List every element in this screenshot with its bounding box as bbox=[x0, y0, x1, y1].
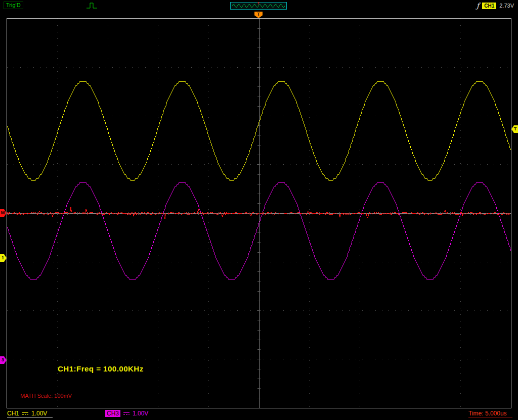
ch3-readout[interactable]: CH3 1.00V bbox=[105, 410, 148, 417]
oscilloscope-screen: Trig'D T ƒ CH1 2.73V T CH1:Freq = 100.00… bbox=[0, 0, 518, 420]
graticule: CH1:Freq = 100.00KHz MATH Scale: 100mV bbox=[7, 18, 511, 408]
top-bar: Trig'D T ƒ CH1 2.73V bbox=[0, 0, 518, 12]
trigger-level-marker[interactable]: T bbox=[511, 125, 518, 133]
trigger-pulse-icon bbox=[86, 2, 98, 10]
math-position-marker[interactable]: M bbox=[0, 209, 7, 217]
time-underline bbox=[468, 417, 512, 417]
dc-coupling-icon bbox=[22, 411, 29, 416]
trigger-position-preview[interactable]: T bbox=[230, 2, 287, 10]
trigger-position-marker[interactable]: T bbox=[254, 12, 263, 18]
preview-trigger-tick: T bbox=[257, 2, 260, 6]
ch1-label: CH1 bbox=[7, 410, 19, 417]
freq-readout: CH1:Freq = 100.00KHz bbox=[58, 364, 144, 373]
ch1-position-marker[interactable]: 1 bbox=[0, 254, 7, 262]
math-scale-readout: MATH Scale: 100mV bbox=[20, 393, 72, 399]
ch1-readout[interactable]: CH1 1.00V bbox=[7, 410, 47, 417]
trigger-level-value: 2.73V bbox=[499, 3, 514, 9]
trigger-source-badge: CH1 bbox=[482, 3, 496, 9]
ch3-badge: CH3 bbox=[105, 410, 120, 417]
time-readout[interactable]: Time: 5.000us bbox=[468, 410, 507, 417]
ch1-scale-value: 1.00V bbox=[31, 410, 47, 417]
ch3-position-marker[interactable]: 3 bbox=[0, 356, 7, 364]
bottom-bar: CH1 1.00V CH3 1.00V Time: 5.000us bbox=[0, 408, 518, 420]
trigger-info: ƒ CH1 2.73V bbox=[477, 2, 514, 10]
ch3-scale-value: 1.00V bbox=[133, 410, 148, 417]
dc-coupling-icon bbox=[123, 411, 130, 416]
trigger-status-label: Trig'D bbox=[4, 2, 23, 9]
trigger-edge-icon: ƒ bbox=[477, 2, 479, 9]
ch1-underline bbox=[7, 417, 53, 417]
graticule-svg bbox=[7, 19, 511, 408]
